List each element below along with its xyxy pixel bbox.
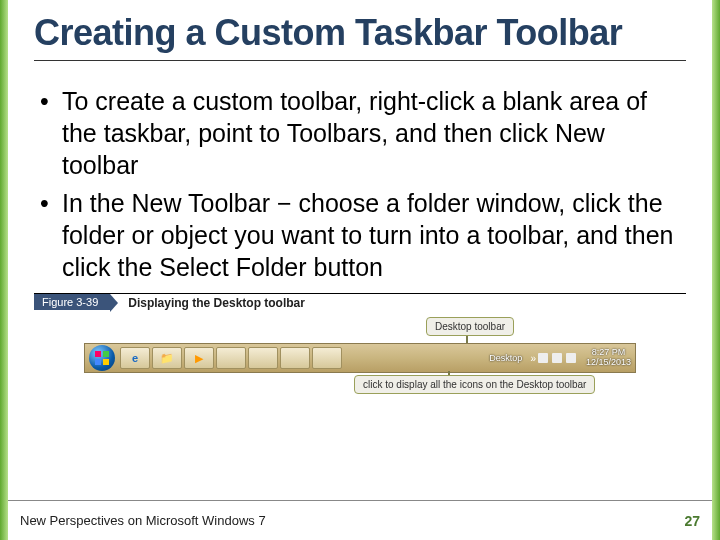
explorer-icon: 📁 <box>152 347 182 369</box>
clock-date: 12/15/2013 <box>586 358 631 368</box>
pinned-icon <box>216 347 246 369</box>
bullet-item: In the New Toolbar − choose a folder win… <box>34 187 686 283</box>
slide-content: Creating a Custom Taskbar Toolbar To cre… <box>8 0 712 540</box>
media-icon: ▶ <box>184 347 214 369</box>
tray-icon <box>538 353 548 363</box>
pinned-icon <box>312 347 342 369</box>
footer-text: New Perspectives on Microsoft Windows 7 <box>20 513 266 528</box>
pinned-icon <box>280 347 310 369</box>
system-tray <box>538 353 582 363</box>
slide-title: Creating a Custom Taskbar Toolbar <box>34 12 686 61</box>
figure-area: Figure 3-39 Displaying the Desktop toolb… <box>34 293 686 403</box>
bullet-list: To create a custom toolbar, right-click … <box>34 85 686 283</box>
chevron-icon: » <box>528 353 538 364</box>
start-button-icon <box>89 345 115 371</box>
slide-footer: New Perspectives on Microsoft Windows 7 … <box>8 500 712 540</box>
figure-number-tab: Figure 3-39 <box>34 294 110 310</box>
callout-desktop-toolbar: Desktop toolbar <box>426 317 514 336</box>
callout-chevron-hint: click to display all the icons on the De… <box>354 375 595 394</box>
right-accent-bar <box>712 0 720 540</box>
tray-icon <box>566 353 576 363</box>
taskbar-screenshot: e 📁 ▶ Desktop » 8:27 PM 12/15/2013 <box>84 343 636 373</box>
left-accent-bar <box>0 0 8 540</box>
tray-icon <box>552 353 562 363</box>
bullet-item: To create a custom toolbar, right-click … <box>34 85 686 181</box>
figure-caption: Displaying the Desktop toolbar <box>128 294 305 310</box>
ie-icon: e <box>120 347 150 369</box>
page-number: 27 <box>684 513 700 529</box>
taskbar-clock: 8:27 PM 12/15/2013 <box>582 348 635 368</box>
pinned-icon <box>248 347 278 369</box>
figure-caption-bar: Figure 3-39 Displaying the Desktop toolb… <box>34 293 686 315</box>
desktop-toolbar-label: Desktop <box>483 353 528 363</box>
